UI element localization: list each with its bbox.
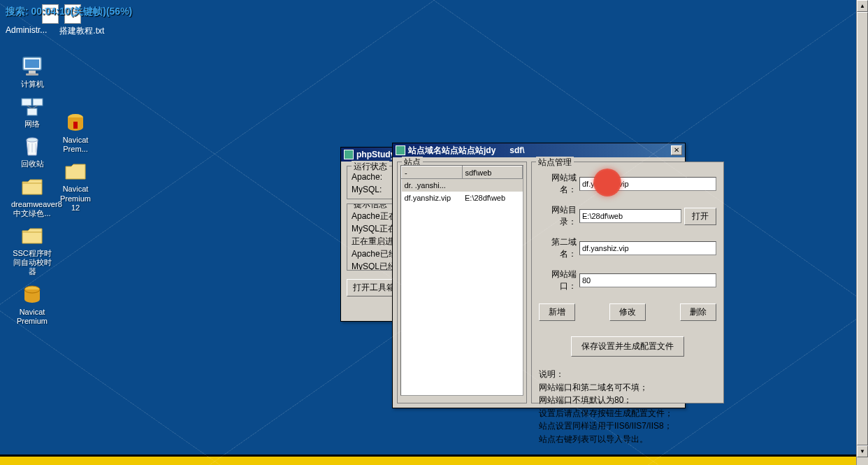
site-table[interactable]: - sdf\web dr. .yanshi... df.yanshiz.vipE… — [400, 165, 523, 396]
col-dir[interactable]: sdf\web — [462, 166, 523, 179]
svg-rect-3 — [26, 73, 38, 76]
save-config-button[interactable]: 保存设置并生成配置文件 — [571, 336, 684, 357]
help-text: 说明： 网站端口和第二域名可不填； 网站端口不填默认为80； 设置后请点保存按钮… — [536, 365, 719, 449]
sitemgr-titlebar[interactable]: 站点域名站点站点站jdy sdf\ ✕ — [393, 143, 685, 157]
mysql-status-label: MySQL: — [352, 185, 382, 194]
scroll-down-icon[interactable]: ▼ — [857, 445, 868, 457]
navicat-prem-icon[interactable]: Navicat Prem... — [56, 110, 95, 154]
bottom-status-bar — [0, 456, 856, 465]
second-domain-input[interactable] — [579, 241, 716, 255]
add-button[interactable]: 新增 — [539, 303, 575, 321]
svg-rect-5 — [33, 99, 43, 106]
port-label: 网站端口： — [539, 269, 577, 292]
scroll-thumb[interactable] — [857, 12, 868, 445]
svg-rect-13 — [73, 122, 78, 129]
domain-label: 网站域名： — [539, 172, 577, 196]
table-row[interactable]: df.yanshiz.vipE:\28df\web — [402, 192, 523, 204]
vertical-scrollbar[interactable]: ▲ ▼ — [856, 0, 868, 465]
dir-label: 网站目录： — [539, 204, 577, 228]
table-row[interactable]: dr. .yanshi... — [402, 179, 523, 192]
close-icon[interactable]: ✕ — [671, 145, 682, 155]
svg-line-7 — [27, 106, 32, 108]
navicat-prem12-folder-icon[interactable]: Navicat Premium 12 — [56, 159, 95, 213]
modify-button[interactable]: 修改 — [609, 303, 646, 321]
app-icon — [344, 150, 354, 159]
recycle-bin-icon[interactable]: 回收站 — [13, 134, 52, 169]
svg-line-8 — [32, 106, 38, 108]
second-domain-label: 第二域名： — [539, 236, 577, 260]
file-label: 搭建教程.txt — [59, 25, 104, 37]
svg-rect-2 — [29, 71, 36, 73]
dreamweaver-folder-icon[interactable]: dreamweaver8中文绿色... — [13, 175, 52, 218]
navicat-premium-icon[interactable]: Navicat Premium — [13, 282, 52, 326]
svg-point-9 — [27, 138, 38, 142]
file-label: Administr... — [6, 25, 47, 37]
svg-rect-4 — [22, 99, 31, 106]
svg-rect-6 — [27, 108, 37, 115]
port-input[interactable] — [579, 273, 716, 287]
network-icon[interactable]: 网络 — [13, 94, 52, 129]
col-domain[interactable]: - — [402, 166, 463, 179]
app-icon — [396, 145, 405, 155]
computer-icon[interactable]: 计算机 — [13, 55, 52, 89]
svg-rect-1 — [25, 59, 39, 68]
delete-button[interactable]: 删除 — [680, 303, 716, 321]
domain-input[interactable] — [579, 177, 716, 191]
site-mgmt-groupbox: 站点管理 网站域名： 网站目录： 打开 第二域名： 网站端口： 新增 修改 — [531, 162, 724, 403]
site-list-groupbox: 站点 - sdf\web dr. .yanshi... df.yanshiz.v… — [397, 162, 527, 403]
ssc-folder-icon[interactable]: SSC程序时间自动校时器 — [13, 224, 52, 277]
search-timestamp-overlay: 搜索: 00:04:10(关键帧)(56%) — [6, 6, 132, 18]
apache-status-label: Apache: — [352, 172, 382, 182]
scroll-up-icon[interactable]: ▲ — [857, 0, 868, 12]
site-manager-window[interactable]: 站点域名站点站点站jdy sdf\ ✕ 站点 - sdf\web dr. .ya… — [392, 143, 686, 408]
dir-input[interactable] — [579, 209, 681, 223]
open-dir-button[interactable]: 打开 — [684, 208, 716, 225]
